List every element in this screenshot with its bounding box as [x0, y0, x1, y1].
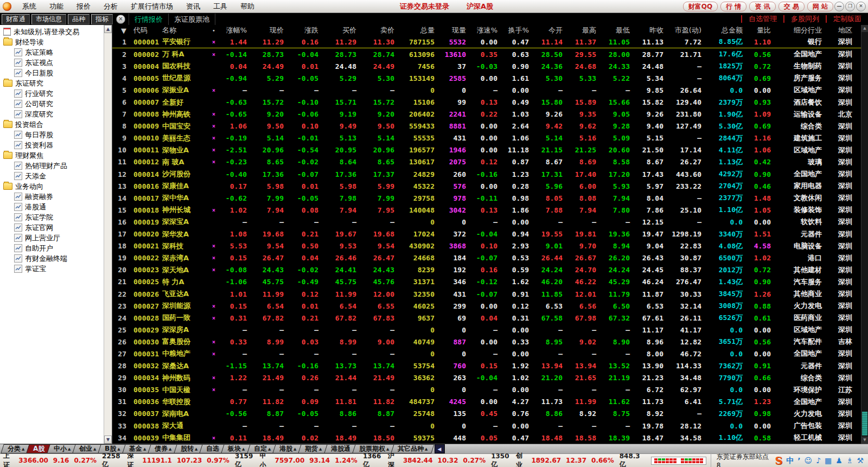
voice-input-icon[interactable]: ♪ [816, 457, 821, 464]
sidebar-item[interactable]: 掌证宝 [1, 264, 112, 274]
soft-keyboard-icon[interactable]: ▦ [825, 457, 832, 464]
table-row[interactable]: 21000025特 力A-1.0645.75-0.4945.7545.76313… [112, 276, 861, 288]
column-header-volume[interactable]: 总量 [400, 25, 440, 35]
page-tab[interactable]: 行情报价 [129, 14, 169, 25]
table-row[interactable]: 20000023深天地A×-0.0824.43-0.0224.4124.4382… [112, 264, 861, 276]
workspace-tab[interactable]: 市场信息 [31, 14, 66, 24]
column-header-change-pct[interactable]: 涨幅% [218, 25, 252, 35]
sidebar-item[interactable]: 理财聚焦 [1, 150, 112, 161]
index-quote[interactable]: 深证11191.1107.230.97%3159亿 [127, 451, 254, 467]
user-account-icon[interactable]: ♟ [835, 457, 843, 464]
sogou-logo-icon[interactable]: S [775, 457, 782, 464]
table-row[interactable]: 25000029深深房A–––––00–0.00–––11.1741.170.0… [112, 324, 861, 336]
quickbar-button[interactable]: 行 情 [720, 2, 746, 11]
quickbar-button[interactable]: 交 易 [778, 2, 805, 11]
restore-button[interactable]: ❐ [845, 2, 855, 11]
sidebar-item[interactable]: 公司研究 [1, 99, 112, 109]
sidebar-item[interactable]: 网上营业厅 [1, 233, 112, 243]
sidebar-scrollbar[interactable]: ▲ ▼ [104, 25, 112, 444]
quickbar-button[interactable]: 财富QQ [683, 2, 718, 11]
table-row[interactable]: 11000012南 玻A×-0.238.65-0.028.648.6513061… [112, 156, 861, 168]
table-row[interactable]: 31000036华联控股0.7711.820.0911.8111.8248473… [112, 396, 861, 408]
quickbar-button[interactable]: 资 讯 [749, 2, 775, 11]
table-row[interactable]: 12000014沙河股份-0.4017.36-0.0717.3617.37248… [112, 168, 861, 180]
sidebar-item[interactable]: 东证策略 [1, 47, 112, 57]
index-quote[interactable]: 中小7597.0093.141.24%1366亿 [260, 451, 382, 467]
close-panel-icon[interactable]: × [116, 15, 125, 24]
table-row[interactable]: 23000027深圳能源×0.156.540.016.546.554602529… [112, 300, 861, 312]
toolbox-icon[interactable]: ⚒ [857, 457, 864, 464]
emoji-icon[interactable]: ☺ [805, 457, 813, 464]
sidebar-item[interactable]: 有财金融终端 [1, 253, 112, 264]
column-header-current-volume[interactable]: 现量 [440, 25, 471, 35]
index-quote[interactable]: 创业1892.6712.370.66%848.3亿 [516, 451, 641, 467]
scroll-up-icon[interactable]: ▲ [104, 25, 112, 33]
column-header-volume-ratio[interactable]: 量比 [748, 25, 776, 35]
column-header-bid-price[interactable]: 买价 [324, 25, 362, 35]
column-header-stock-code[interactable]: 代码 [131, 25, 162, 35]
sidebar-item[interactable]: 自助开户 [1, 243, 112, 253]
table-row[interactable]: 22000026飞亚达A1.0111.990.1211.9912.0032350… [112, 288, 861, 300]
column-header-turnover-amount[interactable]: 总金额 [707, 25, 748, 35]
table-row[interactable]: 27000031中粮地产×–––––00–0.00–––8.0046.720.0… [112, 348, 861, 360]
index-quote[interactable]: 上证3366.009.160.27%2258亿 [3, 451, 122, 467]
view-link[interactable]: 定制版面 [826, 15, 868, 23]
table-row[interactable]: 7000008神州高铁×-0.659.20-0.069.199.20206402… [112, 108, 861, 120]
workspace-tab[interactable]: 指标 [91, 14, 113, 24]
sidebar-item[interactable]: 热销理财产品 [1, 161, 112, 171]
column-header-high[interactable]: 最高 [568, 25, 602, 35]
column-header-ask-price[interactable]: 卖价 [362, 25, 400, 35]
skin-icon[interactable]: ♗ [846, 457, 853, 464]
menu-item[interactable]: 工具 [207, 2, 234, 11]
sidebar-item[interactable]: 每日荐股 [1, 130, 112, 140]
sidebar-item[interactable]: 业务动向 [1, 181, 112, 191]
table-row[interactable]: 17000020深华发A1.0819.680.2119.6719.6817024… [112, 228, 861, 240]
view-link[interactable]: 自选管理 [741, 15, 783, 23]
menu-item[interactable]: 系统 [16, 2, 43, 11]
quickbar-button[interactable]: 网 站 [807, 2, 833, 11]
sidebar-item[interactable]: 投资利器 [1, 140, 112, 150]
column-header-region[interactable]: 地区 [827, 25, 858, 35]
table-row[interactable]: 24000028国药一致×0.3167.820.2167.8267.839637… [112, 312, 861, 324]
column-header-turnover-pct[interactable]: 换手% [503, 25, 534, 35]
table-row[interactable]: 26000030富奥股份×0.338.990.038.999.004074988… [112, 336, 861, 348]
column-header-industry[interactable]: 细分行业 [776, 25, 827, 35]
sidebar-item[interactable]: 东证学院 [1, 212, 112, 222]
table-row[interactable]: 14000017深中华A-0.627.99-0.057.987.99297589… [112, 192, 861, 204]
table-row[interactable]: 28000032深桑达A-1.1513.74-0.1613.7313.74537… [112, 360, 861, 372]
sidebar-item[interactable]: 投资组合 [1, 119, 112, 130]
sidebar-item[interactable]: 今日新股 [1, 68, 112, 78]
column-header-row-num[interactable]: ▼ [112, 27, 131, 35]
sidebar-item[interactable]: 财经导读 [1, 37, 112, 47]
ime-punctuation-icon[interactable]: ’ [797, 457, 800, 464]
close-button[interactable]: ✕ [856, 2, 866, 11]
table-row[interactable]: 29000034神州数码×1.2221.490.2621.4421.493636… [112, 372, 861, 384]
table-row[interactable]: 33000038深大通–––––00–0.00–––19.7828.120.00… [112, 420, 861, 432]
sidebar-item[interactable]: 天添金 [1, 171, 112, 181]
menu-item[interactable]: 报价 [70, 2, 97, 11]
scroll-up-icon[interactable]: ▲ [861, 25, 868, 32]
table-scrollbar[interactable]: ▲ ▼ [861, 25, 868, 444]
sidebar-item[interactable]: 东证视点 [1, 57, 112, 68]
column-header-last-price[interactable]: 现价 [252, 25, 289, 35]
column-header-marker-icon[interactable]: • [210, 28, 218, 34]
scroll-down-icon[interactable]: ▼ [104, 436, 112, 444]
sidebar-item[interactable]: 未知级别,请登录交易 [1, 27, 112, 37]
minimize-button[interactable]: — [834, 2, 844, 11]
view-link[interactable]: 多股同列 [783, 15, 826, 23]
column-header-low[interactable]: 最低 [602, 25, 635, 35]
column-header-pe-ratio[interactable]: 市盈(动) [669, 25, 707, 35]
table-row[interactable]: 15000018神州长城×1.027.940.087.947.951400483… [112, 204, 861, 216]
table-row[interactable]: 10000011深物业A×-2.5120.96-0.5420.9520.9619… [112, 144, 861, 156]
column-header-open[interactable]: 今开 [534, 25, 568, 35]
column-header-speed-pct[interactable]: 涨速% [471, 25, 503, 35]
table-row[interactable]: 18000021深科技×5.539.540.509.539.5443090238… [112, 240, 861, 252]
scrollbar-thumb[interactable] [862, 412, 867, 436]
table-row[interactable]: 34000039中集集团×0.1118.490.0218.4918.505937… [112, 432, 861, 444]
table-row[interactable]: 30000035中国天楹×–––––00–0.00–––6.7262.970.0… [112, 384, 861, 396]
menu-item[interactable]: 扩展行情市场 [124, 2, 180, 11]
table-row[interactable]: 13000016深康佳A0.175.980.015.985.9945322576… [112, 180, 861, 192]
table-row[interactable]: 2000002万 科A×-0.1428.73-0.0428.7328.74613… [112, 48, 861, 60]
market-tab-股票期权[interactable]: 股票期权▲ [352, 444, 396, 453]
sidebar-item[interactable]: 东证官网 [1, 222, 112, 233]
